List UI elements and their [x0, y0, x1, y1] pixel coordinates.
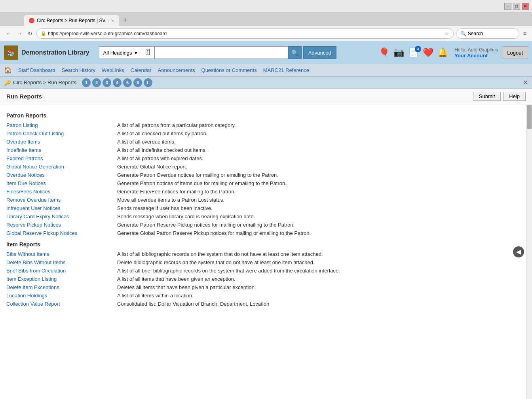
bibs-without-items-link[interactable]: Bibs Without Items: [6, 251, 117, 257]
patron-checkout-desc: A list of all checked out items by patro…: [117, 130, 526, 136]
global-notice-desc: Generate Global Notice report.: [117, 164, 526, 170]
overdue-items-link[interactable]: Overdue Items: [6, 139, 117, 145]
infrequent-user-link[interactable]: Infrequent User Notices: [6, 205, 117, 211]
page-bubble-5[interactable]: 5: [123, 78, 132, 87]
page-bubble-4[interactable]: 4: [113, 78, 122, 87]
document-icon[interactable]: 📄 4: [408, 47, 419, 58]
browser-search-bar[interactable]: 🔍 Search: [456, 28, 519, 39]
breadcrumb-close-icon[interactable]: ✕: [523, 79, 528, 86]
table-row: Item Due Notices Generate Patron notices…: [6, 179, 526, 187]
tab-close-icon[interactable]: ×: [111, 18, 114, 23]
bell-icon[interactable]: 🔔: [437, 47, 448, 58]
bibs-without-items-desc: A list of all bibliographic records on t…: [117, 251, 526, 257]
extensions-icon[interactable]: ≡: [522, 30, 528, 38]
item-exception-link[interactable]: Item Exception Listing: [6, 276, 117, 282]
database-icon[interactable]: 🗄: [141, 46, 154, 59]
delete-bibs-link[interactable]: Delete Bibs Without Items: [6, 259, 117, 265]
breadcrumb-path: Circ Reports > Run Reports: [13, 79, 76, 85]
delete-item-exceptions-link[interactable]: Delete Item Exceptions: [6, 284, 117, 290]
address-bar[interactable]: 🔒 https://preprod-swls-verso.auto-graphi…: [36, 28, 454, 39]
advanced-search-button[interactable]: Advanced: [303, 46, 336, 59]
page-bubble-l[interactable]: L: [144, 78, 152, 87]
item-due-notices-link[interactable]: Item Due Notices: [6, 180, 117, 186]
table-row: Overdue Items A list of all overdue item…: [6, 138, 526, 146]
nav-staff-dashboard[interactable]: Staff Dashboard: [18, 67, 55, 73]
table-row: Remove Overdue Items Move all overdue it…: [6, 196, 526, 204]
nav-weblinks[interactable]: WebLinks: [102, 67, 124, 73]
maximize-button[interactable]: □: [513, 3, 520, 10]
help-button[interactable]: Help: [503, 92, 526, 101]
app-header: 📚 Demonstration Library All Headings ▾ 🗄…: [0, 41, 532, 64]
collection-value-link[interactable]: Collection Value Report: [6, 301, 117, 307]
global-notice-link[interactable]: Global Notice Generation: [6, 164, 117, 170]
home-icon[interactable]: 🏠: [4, 66, 12, 74]
submit-button[interactable]: Submit: [473, 92, 501, 101]
reserve-pickup-link[interactable]: Reserve Pickup Notices: [6, 222, 117, 228]
camera-icon[interactable]: 📷: [393, 47, 404, 58]
remove-overdue-link[interactable]: Remove Overdue Items: [6, 197, 117, 203]
delete-item-exceptions-desc: Deletes all items that have been given a…: [117, 284, 526, 290]
scrollbar-thumb[interactable]: [527, 105, 532, 129]
bookmark-icon[interactable]: ☆: [445, 30, 449, 36]
account-link[interactable]: Your Account: [454, 53, 488, 59]
app-navbar: 🏠 Staff Dashboard Search History WebLink…: [0, 64, 532, 77]
infrequent-user-desc: Sends message if user has been inactive.: [117, 205, 526, 211]
reload-button[interactable]: ↻: [26, 30, 34, 38]
table-row: Fines/Fees Notices Generate Fine/Fee not…: [6, 187, 526, 196]
heart-icon[interactable]: ❤️: [423, 47, 433, 58]
main-content: Run Reports Submit Help Patron Reports P…: [0, 89, 532, 399]
logout-button[interactable]: Logout: [502, 46, 528, 59]
scroll-left-arrow[interactable]: ◀: [513, 246, 524, 257]
browser-navbar: ← → ↻ 🔒 https://preprod-swls-verso.auto-…: [0, 26, 532, 41]
search-input[interactable]: [154, 46, 288, 59]
page-bubble-2[interactable]: 2: [92, 78, 101, 87]
url-text: https://preprod-swls-verso.auto-graphics…: [48, 31, 443, 36]
search-icon: 🔍: [291, 49, 298, 56]
browser-titlebar: ─ □ ✕: [0, 0, 532, 13]
hot-air-balloon-icon[interactable]: 🎈: [379, 47, 390, 58]
forward-button[interactable]: →: [15, 30, 24, 38]
report-list-container: Patron Reports Patron Listing A list of …: [0, 104, 532, 399]
browser-tab-active[interactable]: Circ Reports > Run Reports | SV... ×: [24, 15, 119, 26]
overdue-notices-desc: Generate Patron Overdue notices for mail…: [117, 172, 526, 178]
expired-patrons-link[interactable]: Expired Patrons: [6, 155, 117, 161]
patron-checkout-link[interactable]: Patron Check-Out Listing: [6, 130, 117, 136]
new-tab-button[interactable]: +: [119, 15, 131, 26]
patron-listing-link[interactable]: Patron Listing: [6, 122, 117, 128]
brief-bibs-desc: A list of all brief bibliographic record…: [117, 268, 526, 274]
nav-announcements[interactable]: Announcements: [158, 67, 195, 73]
global-reserve-link[interactable]: Global Reserve Pickup Notices: [6, 230, 117, 236]
fines-fees-link[interactable]: Fines/Fees Notices: [6, 189, 117, 195]
report-actions: Submit Help: [473, 92, 526, 101]
header-icons: 🎈 📷 📄 4 ❤️ 🔔 Hello, Auto-Graphics Your A…: [379, 46, 528, 59]
expired-patrons-desc: A list of all patrons with expired dates…: [117, 155, 526, 161]
location-holdings-link[interactable]: Location Holdings: [6, 293, 117, 299]
back-button[interactable]: ←: [4, 30, 13, 38]
nav-questions[interactable]: Questions or Comments: [201, 67, 257, 73]
report-header: Run Reports Submit Help: [0, 89, 532, 104]
location-holdings-desc: A list of all items within a location.: [117, 293, 526, 299]
minimize-button[interactable]: ─: [504, 3, 511, 10]
item-exception-desc: A list of all items that have been given…: [117, 276, 526, 282]
search-button[interactable]: 🔍: [288, 46, 302, 59]
overdue-notices-link[interactable]: Overdue Notices: [6, 172, 117, 178]
heading-dropdown[interactable]: All Headings ▾: [99, 46, 141, 59]
page-bubble-1[interactable]: 1: [82, 78, 91, 87]
page-bubble-6[interactable]: 6: [133, 78, 142, 87]
page-bubble-3[interactable]: 3: [103, 78, 111, 87]
library-card-expiry-link[interactable]: Library Card Expiry Notices: [6, 214, 117, 219]
brief-bibs-link[interactable]: Brief Bibs from Circulation: [6, 268, 117, 274]
breadcrumb-bar: 🔑 Circ Reports > Run Reports 1 2 3 4 5 6…: [0, 77, 532, 89]
search-icon: 🔍: [460, 31, 466, 36]
address-actions: ☆: [445, 30, 449, 36]
close-button[interactable]: ✕: [522, 3, 529, 10]
breadcrumb-icon: 🔑: [4, 79, 11, 86]
scrollbar-track[interactable]: [526, 104, 532, 399]
indefinite-items-link[interactable]: Indefinite Items: [6, 147, 117, 153]
nav-calendar[interactable]: Calendar: [131, 67, 152, 73]
nav-marc21[interactable]: MARC21 Reference: [263, 67, 309, 73]
search-section: All Headings ▾ 🗄 🔍 Advanced: [99, 46, 336, 59]
nav-search-history[interactable]: Search History: [62, 67, 95, 73]
reserve-pickup-desc: Generate Patron Reserve Pickup notices f…: [117, 222, 526, 228]
table-row: Expired Patrons A list of all patrons wi…: [6, 154, 526, 163]
